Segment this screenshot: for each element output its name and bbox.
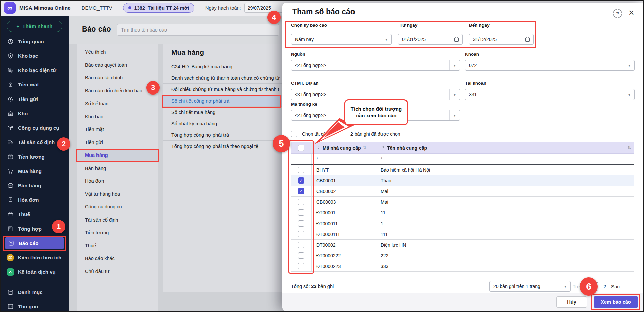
table-row[interactable]: ✓ ĐT00001 11	[291, 207, 634, 218]
category-item[interactable]: Báo cáo đối chiếu kho bạc	[77, 84, 158, 98]
close-icon[interactable]: ✕	[628, 9, 634, 17]
category-item[interactable]: Vật tư hàng hóa	[77, 188, 158, 201]
report-item[interactable]: Sổ chi tiết mua hàng	[163, 107, 288, 118]
stat-code-select[interactable]: <<Tổng hợp>> ▼	[291, 110, 460, 121]
category-item[interactable]: Tiền gửi	[77, 136, 158, 149]
company-name[interactable]: DEMO_TTTV	[82, 5, 112, 11]
row-checkbox[interactable]: ✓	[298, 209, 304, 216]
filter-name-cell[interactable]: *	[376, 156, 634, 162]
category-item[interactable]: Báo cáo quyết toán	[77, 59, 158, 72]
table-row[interactable]: ✓ ĐT000011 1	[291, 218, 634, 229]
sidebar-item-cash[interactable]: Tiền mặt	[0, 77, 69, 92]
report-search-box[interactable]	[117, 24, 279, 36]
sidebar-item-collapse[interactable]: Thu gọn	[0, 299, 69, 312]
sidebar-item-deposit[interactable]: Tiền gửi	[0, 92, 69, 106]
filter-code-cell[interactable]: *	[312, 154, 376, 164]
select-all-checkbox[interactable]: ✓	[291, 131, 297, 137]
sort-icon[interactable]: ⇅	[627, 145, 631, 150]
table-row[interactable]: ✓ ĐT0000223 333	[291, 261, 634, 272]
row-checkbox[interactable]: ✓	[298, 199, 304, 205]
category-item[interactable]: Bán hàng	[77, 162, 158, 175]
calendar-icon[interactable]	[525, 37, 530, 42]
category-item[interactable]: Báo cáo khác	[77, 252, 158, 265]
row-checkbox[interactable]: ✓	[298, 220, 304, 227]
period-select[interactable]: Năm nay ▼	[291, 34, 392, 45]
sidebar-item-catalog-list[interactable]: Danh mục	[0, 285, 69, 299]
row-checkbox[interactable]: ✓	[298, 188, 304, 194]
row-checkbox[interactable]: ✓	[298, 177, 304, 184]
item-select[interactable]: 072 ▼	[465, 60, 635, 71]
category-item[interactable]: Tiền lương	[77, 226, 158, 239]
category-item[interactable]: Sổ kế toán	[77, 97, 158, 110]
sidebar-item-purchase-cart[interactable]: Mua hàng	[0, 164, 69, 178]
sidebar-item-report-chart[interactable]: Báo cáo	[0, 236, 69, 250]
row-checkbox[interactable]: ✓	[298, 263, 304, 269]
pagination-prev[interactable]: Trước	[573, 284, 585, 289]
table-row[interactable]: ✓ CB00001 Thảo	[291, 175, 634, 186]
account-select[interactable]: 331 ▼	[465, 89, 635, 100]
report-item[interactable]: Tổng hợp công nợ phải trả	[163, 129, 288, 141]
row-checkbox[interactable]: ✓	[298, 231, 304, 237]
report-search-input[interactable]	[121, 27, 275, 33]
pin-icon[interactable]	[316, 146, 321, 150]
from-date-input[interactable]: 01/01/2025	[398, 34, 463, 45]
pin-icon[interactable]	[381, 146, 385, 150]
table-row[interactable]: ✓ ĐT00002 Điện lực HN	[291, 240, 634, 250]
pagination-page-1[interactable]: 1	[590, 282, 598, 291]
sort-icon[interactable]: ⇅	[363, 145, 367, 150]
table-row[interactable]: ✓ ĐT0000111 111	[291, 229, 634, 240]
report-item[interactable]: Danh sách chứng từ thanh toán chưa có ch…	[163, 72, 288, 84]
to-date-input[interactable]: 31/12/2025	[469, 34, 534, 45]
page-size-select[interactable]: 20 bản ghi trên 1 trang ▼	[489, 281, 571, 292]
report-item[interactable]: C24-HD: Bảng kê mua hàng	[163, 61, 288, 72]
sidebar-item-invoice[interactable]: Hóa đơn	[0, 193, 69, 207]
category-item[interactable]: Mua hàng	[77, 149, 158, 162]
category-item[interactable]: Công cụ dụng cụ	[77, 200, 158, 213]
quick-add-button[interactable]: + Thêm nhanh	[7, 21, 62, 32]
table-row[interactable]: ✓ BHYT Bảo hiểm xã hội Hà Nội	[291, 165, 634, 175]
sidebar-item-overview[interactable]: Tổng quan	[0, 34, 69, 49]
sidebar-item-knowledge[interactable]: Kiến thức hữu ích	[0, 250, 69, 265]
filter-operator[interactable]: *	[316, 156, 318, 162]
header-name-cell[interactable]: Tên nhà cung cấp ⇅	[376, 145, 634, 151]
category-item[interactable]: Thuế	[77, 239, 158, 252]
report-item[interactable]: Tổng hợp công nợ phải trả theo ngoại tệ	[163, 141, 288, 152]
sidebar-item-salary[interactable]: Tiền lương	[0, 149, 69, 164]
posting-date-input[interactable]: 29/07/2025	[244, 3, 288, 13]
sidebar-item-fixed-asset[interactable]: Tài sản cố định	[0, 135, 69, 149]
sidebar-item-warehouse[interactable]: Kho	[0, 106, 69, 121]
table-row[interactable]: ✓ ĐT0000222 222	[291, 250, 634, 261]
category-item[interactable]: Yêu thích	[77, 46, 158, 59]
report-item[interactable]: Đối chiếu chứng từ mua hàng và chứng từ …	[163, 84, 288, 95]
category-item[interactable]: Hóa đơn	[77, 175, 158, 188]
view-report-button[interactable]: Xem báo cáo	[594, 296, 638, 308]
sidebar-item-treasury[interactable]: Kho bạc	[0, 49, 69, 63]
filter-operator[interactable]: *	[381, 156, 382, 162]
cancel-button[interactable]: Hủy	[556, 296, 587, 308]
document-badge[interactable]: 1382_Tài liệu TT 24 mới	[123, 3, 194, 13]
row-checkbox[interactable]: ✓	[298, 167, 304, 173]
report-item[interactable]: Sổ nhật ký mua hàng	[163, 118, 288, 129]
help-icon[interactable]: ?	[613, 9, 622, 18]
program-select[interactable]: <<Tổng hợp>> ▼	[291, 89, 460, 100]
report-item[interactable]: Sổ chi tiết công nợ phải trả	[163, 95, 288, 107]
category-item[interactable]: Kho bạc	[77, 110, 158, 123]
table-row[interactable]: ✓ CB00003 Mai	[291, 197, 634, 207]
pagination-next[interactable]: Sau	[611, 284, 620, 289]
sidebar-item-accounting-service[interactable]: Kế toán dịch vụ	[0, 265, 69, 279]
category-item[interactable]: Tiền mặt	[77, 123, 158, 136]
source-select[interactable]: <<Tổng hợp>> ▼	[291, 60, 460, 71]
sidebar-item-sales-store[interactable]: Bán hàng	[0, 178, 69, 193]
category-item[interactable]: Tài sản cố định	[77, 213, 158, 227]
category-item[interactable]: Chủ đầu tư	[77, 265, 158, 278]
table-row[interactable]: ✓ CB00002 Mai	[291, 186, 634, 197]
row-checkbox[interactable]: ✓	[298, 242, 304, 248]
header-select-checkbox[interactable]: ✓	[298, 145, 304, 151]
row-checkbox[interactable]: ✓	[298, 252, 304, 259]
sidebar-item-summary-ledger[interactable]: Tổng hợp	[0, 222, 69, 236]
sidebar-item-e-treasury[interactable]: Kho bạc điện tử	[0, 63, 69, 77]
calendar-icon[interactable]	[454, 37, 459, 42]
pagination-page-2[interactable]: 2	[603, 284, 606, 289]
category-item[interactable]: Báo cáo tài chính	[77, 71, 158, 84]
sidebar-item-tax-bank[interactable]: Thuế	[0, 207, 69, 222]
